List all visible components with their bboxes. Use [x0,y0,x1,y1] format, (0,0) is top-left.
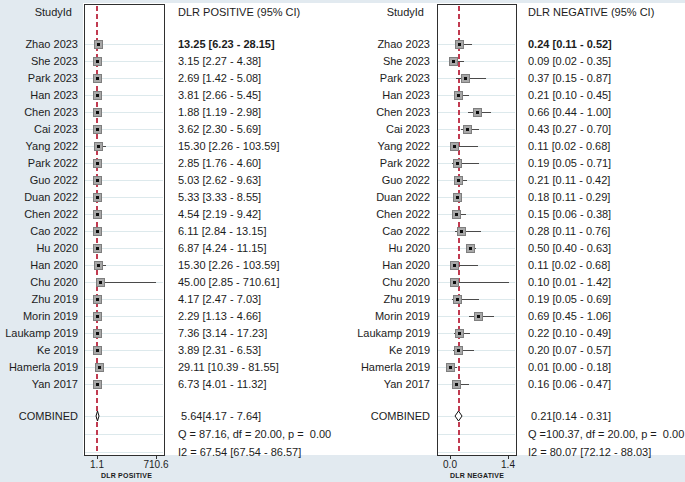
left-point-marker [93,125,102,134]
point-estimate-dot [453,145,456,148]
right-study-value: 0.22 [0.10 - 0.49] [528,325,685,341]
left-study-label: Ke 2019 [0,342,78,358]
right-study-value: 0.01 [0.00 - 0.18] [528,359,685,375]
left-point-marker [94,40,103,49]
point-estimate-dot [457,349,460,352]
right-study-label: Laukamp 2019 [352,325,430,341]
left-study-label: Yang 2022 [0,138,78,154]
right-study-label: Cai 2023 [352,121,430,137]
left-study-value: 13.25 [6.23 - 28.15] [178,36,348,52]
point-estimate-dot [96,77,99,80]
right-study-value: 0.11 [0.02 - 0.68] [528,138,685,154]
left-point-marker [94,261,103,270]
point-estimate-dot [96,196,99,199]
right-study-label: Han 2023 [352,87,430,103]
right-point-marker [463,125,472,134]
left-point-marker [93,108,102,117]
right-study-label: Park 2022 [352,155,430,171]
right-study-label: Hu 2020 [352,240,430,256]
left-study-label: Chu 2020 [0,274,78,290]
point-estimate-dot [453,281,456,284]
right-study-label: Yang 2022 [352,138,430,154]
right-point-marker [453,295,462,304]
point-estimate-dot [96,230,99,233]
point-estimate-dot [464,77,467,80]
right-row-gridline [438,95,515,96]
point-estimate-dot [477,315,480,318]
right-study-value: 0.19 [0.05 - 0.71] [528,155,685,171]
left-study-value: 15.30 [2.26 - 103.59] [178,257,348,273]
left-point-marker [93,74,102,83]
right-ci-whisker [450,282,508,283]
left-study-label: Morin 2019 [0,308,78,324]
left-study-label: Chen 2022 [0,206,78,222]
point-estimate-dot [455,383,458,386]
right-study-value: 0.10 [0.01 - 1.42] [528,274,685,290]
left-study-value: 3.62 [2.30 - 5.69] [178,121,348,137]
left-point-marker [93,210,102,219]
right-study-value: 0.37 [0.15 - 0.87] [528,70,685,86]
left-study-value: 4.17 [2.47 - 7.03] [178,291,348,307]
left-combined-value: 5.64[4.17 - 7.64] [178,408,348,424]
left-study-label: She 2023 [0,53,78,69]
left-combined-label: COMBINED [0,408,78,424]
point-estimate-dot [453,264,456,267]
left-study-value: 6.73 [4.01 - 11.32] [178,376,348,392]
right-heterogeneity-q: Q =100.37, df = 20.00, p = 0.00 [528,426,685,442]
left-point-marker [93,244,102,253]
right-study-value: 0.16 [0.06 - 0.47] [528,376,685,392]
left-study-label: Cao 2022 [0,223,78,239]
point-estimate-dot [455,213,458,216]
right-study-label: Hamerla 2019 [352,359,430,375]
right-point-marker [453,159,462,168]
left-study-value: 2.85 [1.76 - 4.60] [178,155,348,171]
right-point-marker [474,312,483,321]
right-point-marker [473,108,482,117]
right-row-gridline [438,452,515,453]
right-study-label: Chu 2020 [352,274,430,290]
right-study-value: 0.43 [0.27 - 0.70] [528,121,685,137]
right-axis-min-label: 0.0 [428,459,472,471]
left-study-value: 1.88 [1.19 - 2.98] [178,104,348,120]
point-estimate-dot [456,298,459,301]
right-combined-value: 0.21[0.14 - 0.31] [528,408,685,424]
point-estimate-dot [458,43,461,46]
left-point-marker [93,176,102,185]
left-point-marker [93,193,102,202]
left-study-value: 2.29 [1.13 - 4.66] [178,308,348,324]
left-studyid-header: StudyId [0,4,72,20]
right-point-marker [454,176,463,185]
right-row-gridline [438,434,515,435]
left-study-label: Laukamp 2019 [0,325,78,341]
right-study-value: 0.11 [0.02 - 0.68] [528,257,685,273]
right-study-value: 0.19 [0.05 - 0.69] [528,291,685,307]
left-heterogeneity-q: Q = 87.16, df = 20.00, p = 0.00 [178,426,348,442]
left-study-label: Hamerla 2019 [0,359,78,375]
point-estimate-dot [458,332,461,335]
point-estimate-dot [96,315,99,318]
left-combined-diamond [95,410,100,422]
right-study-label: Zhu 2019 [352,291,430,307]
right-point-marker [455,40,464,49]
left-point-marker [93,159,102,168]
left-study-label: Zhu 2019 [0,291,78,307]
left-point-marker [93,329,102,338]
right-point-marker [455,329,464,338]
left-point-marker [93,380,102,389]
right-study-value: 0.21 [0.10 - 0.45] [528,87,685,103]
left-study-label: Zhao 2023 [0,36,78,52]
left-point-marker [96,278,105,287]
point-estimate-dot [97,145,100,148]
right-study-label: Ke 2019 [352,342,430,358]
right-study-value: 0.21 [0.11 - 0.42] [528,172,685,188]
right-study-value: 0.20 [0.07 - 0.57] [528,342,685,358]
left-study-value: 6.11 [2.84 - 13.15] [178,223,348,239]
point-estimate-dot [96,111,99,114]
point-estimate-dot [456,196,459,199]
left-study-value: 3.15 [2.27 - 4.38] [178,53,348,69]
left-study-value: 5.03 [2.62 - 9.63] [178,172,348,188]
left-study-value: 15.30 [2.26 - 103.59] [178,138,348,154]
right-study-value: 0.69 [0.45 - 1.06] [528,308,685,324]
right-row-gridline [438,248,515,249]
point-estimate-dot [96,298,99,301]
